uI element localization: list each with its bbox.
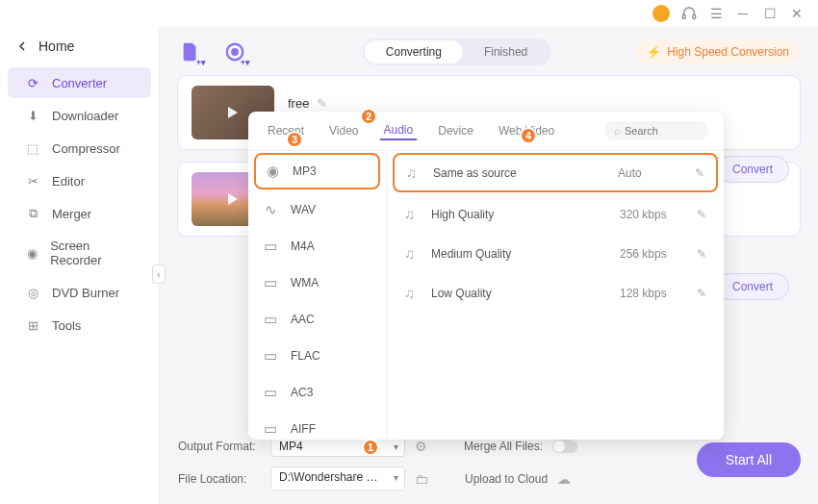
- search-icon: ⌕: [614, 124, 621, 138]
- bottom-bar: Output Format: MP4 ▾ ⚙ Merge All Files: …: [178, 436, 801, 491]
- step-badge-1: 1: [362, 439, 379, 456]
- sidebar-item-tools[interactable]: ⊞ Tools: [8, 310, 151, 340]
- play-icon: [228, 107, 238, 118]
- format-mp3[interactable]: ◉MP3: [254, 153, 380, 189]
- search-input[interactable]: [625, 125, 692, 137]
- convert-button[interactable]: Convert: [716, 273, 789, 300]
- merge-toggle[interactable]: [552, 440, 577, 453]
- wave-icon: ∿: [262, 201, 279, 218]
- quality-medium[interactable]: ♫ Medium Quality 256 kbps ✎: [387, 234, 724, 273]
- menu-icon[interactable]: ☰: [708, 6, 724, 21]
- close-icon[interactable]: ✕: [789, 6, 805, 21]
- svg-rect-0: [682, 14, 685, 18]
- step-badge-2: 2: [360, 108, 377, 125]
- folder-icon[interactable]: 🗀: [415, 471, 428, 487]
- audio-icon: ▭: [262, 347, 279, 365]
- format-aiff[interactable]: ▭AIFF: [248, 411, 386, 440]
- headset-icon[interactable]: [681, 6, 697, 21]
- format-dropdown: Recent Video Audio Device Web Video ⌕ ◉M…: [248, 112, 724, 440]
- compress-icon: ⬚: [25, 140, 40, 156]
- home-label: Home: [38, 38, 74, 54]
- step-badge-4: 4: [520, 127, 537, 144]
- dvd-icon: ◎: [25, 285, 40, 300]
- disc-icon: ◉: [264, 163, 281, 180]
- audio-icon: ▭: [262, 311, 279, 328]
- status-segment: Converting Finished: [363, 38, 550, 65]
- merge-label: Merge All Files:: [464, 440, 543, 453]
- svg-point-3: [232, 49, 238, 55]
- format-m4a[interactable]: ▭M4A: [248, 228, 386, 265]
- format-ac3[interactable]: ▭AC3: [248, 374, 386, 411]
- tab-finished[interactable]: Finished: [463, 40, 549, 63]
- high-speed-toggle[interactable]: ⚡ High Speed Conversion: [635, 40, 801, 63]
- upload-label: Upload to Cloud: [465, 472, 548, 486]
- titlebar: ☰ ─ ☐ ✕: [0, 0, 818, 27]
- tools-icon: ⊞: [25, 317, 40, 333]
- file-title: free: [288, 96, 309, 111]
- format-wav[interactable]: ∿WAV: [248, 191, 386, 228]
- sidebar-item-dvd-burner[interactable]: ◎ DVD Burner: [8, 277, 151, 308]
- edit-icon[interactable]: ✎: [697, 247, 706, 261]
- play-icon: [228, 193, 238, 205]
- format-wma[interactable]: ▭WMA: [248, 265, 386, 301]
- chevron-down-icon: ▾: [394, 441, 398, 452]
- convert-button[interactable]: Convert: [716, 156, 789, 183]
- svg-rect-1: [693, 14, 696, 18]
- dd-tab-device[interactable]: Device: [434, 122, 477, 139]
- note-icon: ♫: [406, 164, 422, 181]
- dd-tab-video[interactable]: Video: [325, 122, 362, 139]
- avatar[interactable]: [652, 5, 670, 22]
- sidebar-item-editor[interactable]: ✂ Editor: [8, 165, 151, 196]
- tab-converting[interactable]: Converting: [365, 40, 463, 63]
- back-home[interactable]: Home: [0, 33, 159, 65]
- sidebar: Home ⟳ Converter ⬇ Downloader ⬚ Compress…: [0, 27, 160, 504]
- quality-high[interactable]: ♫ High Quality 320 kbps ✎: [387, 194, 724, 234]
- edit-title-icon[interactable]: ✎: [317, 96, 327, 111]
- merge-icon: ⧉: [25, 206, 40, 221]
- output-format-label: Output Format:: [178, 440, 261, 453]
- note-icon: ♫: [404, 206, 420, 222]
- bolt-icon: ⚡: [647, 45, 661, 59]
- format-flac[interactable]: ▭FLAC: [248, 338, 386, 374]
- quality-low[interactable]: ♫ Low Quality 128 kbps ✎: [387, 273, 724, 313]
- scissors-icon: ✂: [25, 173, 40, 189]
- quality-list: ♫ Same as source Auto ✎ ♫ High Quality 3…: [387, 151, 724, 440]
- sidebar-item-downloader[interactable]: ⬇ Downloader: [8, 100, 151, 131]
- chevron-down-icon: ▾: [394, 472, 398, 483]
- format-list: ◉MP3 ∿WAV ▭M4A ▭WMA ▭AAC ▭FLAC ▭AC3 ▭AIF…: [248, 151, 387, 440]
- edit-icon[interactable]: ✎: [697, 287, 706, 300]
- audio-icon: ▭: [262, 274, 279, 291]
- file-location-select[interactable]: D:\Wondershare UniConverter 1 ▾: [270, 466, 405, 491]
- edit-icon[interactable]: ✎: [697, 208, 706, 221]
- quality-same-as-source[interactable]: ♫ Same as source Auto ✎: [393, 153, 718, 192]
- add-file-button[interactable]: +▾: [177, 38, 204, 65]
- note-icon: ♫: [404, 285, 420, 301]
- toolbar: +▾ +▾ Converting Finished ⚡ High Speed C…: [177, 38, 801, 65]
- sidebar-item-merger[interactable]: ⧉ Merger: [8, 198, 151, 229]
- step-badge-3: 3: [286, 131, 303, 148]
- audio-icon: ▭: [262, 420, 279, 438]
- edit-icon[interactable]: ✎: [695, 166, 704, 180]
- sidebar-item-converter[interactable]: ⟳ Converter: [8, 67, 151, 98]
- sidebar-item-screen-recorder[interactable]: ◉ Screen Recorder: [8, 231, 151, 275]
- note-icon: ♫: [404, 245, 420, 262]
- format-aac[interactable]: ▭AAC: [248, 301, 386, 338]
- minimize-icon[interactable]: ─: [735, 6, 751, 21]
- sidebar-item-compressor[interactable]: ⬚ Compressor: [8, 133, 151, 164]
- maximize-icon[interactable]: ☐: [762, 6, 778, 21]
- format-search[interactable]: ⌕: [604, 121, 708, 140]
- record-icon: ◉: [25, 245, 38, 261]
- dd-tab-audio[interactable]: Audio: [380, 121, 418, 140]
- settings-icon[interactable]: ⚙: [415, 439, 427, 454]
- file-location-label: File Location:: [178, 472, 261, 486]
- cloud-icon[interactable]: ☁: [557, 471, 571, 487]
- add-disc-button[interactable]: +▾: [221, 38, 248, 65]
- download-icon: ⬇: [25, 108, 40, 123]
- audio-icon: ▭: [262, 384, 279, 401]
- converter-icon: ⟳: [25, 75, 40, 90]
- audio-icon: ▭: [262, 238, 279, 255]
